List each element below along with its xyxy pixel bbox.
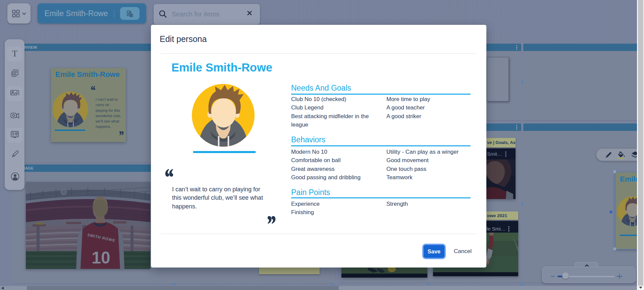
svg-text:T: T — [12, 49, 17, 58]
